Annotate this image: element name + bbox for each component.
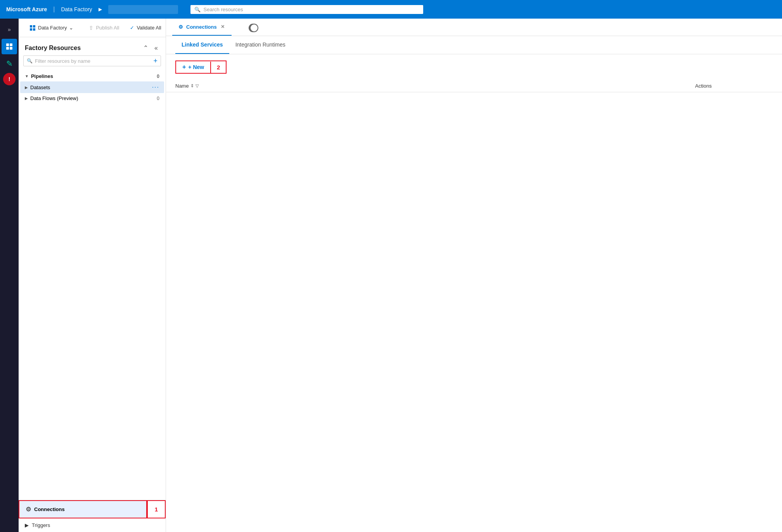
check-icon: ✓ xyxy=(130,25,134,31)
triggers-play-icon: ▶ xyxy=(25,522,29,528)
global-search-bar: 🔍 xyxy=(190,5,423,14)
pipelines-section[interactable]: ▼ Pipelines 0 xyxy=(20,71,164,81)
svg-rect-0 xyxy=(6,43,9,46)
sidebar-bottom: ⚙ Connections 1 ▶ Triggers xyxy=(19,500,166,532)
sub-tabs: Linked Services Integration Runtimes xyxy=(166,36,782,54)
publish-all-button[interactable]: ⇧ Publish All xyxy=(84,22,124,33)
dataflows-count: 0 xyxy=(157,96,159,101)
svg-rect-4 xyxy=(30,25,32,28)
dataflows-label: Data Flows (Preview) xyxy=(30,95,157,101)
collapse-up-icon[interactable]: ⌃ xyxy=(142,43,150,52)
linked-services-tab[interactable]: Linked Services xyxy=(175,36,229,54)
datasets-label: Datasets xyxy=(30,85,152,90)
toggle-track[interactable] xyxy=(249,24,258,32)
validate-all-button[interactable]: ✓ Validate All xyxy=(125,22,166,33)
connections-tab-label: Connections xyxy=(186,24,217,30)
svg-rect-7 xyxy=(33,28,35,31)
breadcrumb-arrow-icon: ▶ xyxy=(99,7,102,12)
add-resource-button[interactable]: + xyxy=(153,57,157,64)
new-button-label: + New xyxy=(188,64,204,70)
name-column-header: Name ⇕ ▽ xyxy=(175,83,695,89)
collapse-left-icon[interactable]: « xyxy=(153,44,159,52)
separator: | xyxy=(53,6,55,13)
brand-label: Microsoft Azure xyxy=(6,6,47,12)
annotation-1-badge: 1 xyxy=(147,500,166,518)
table-body xyxy=(166,92,782,247)
filter-icon[interactable]: ▽ xyxy=(196,83,199,88)
connections-tab-close-icon[interactable]: ✕ xyxy=(220,23,225,30)
svg-rect-6 xyxy=(30,28,32,31)
connections-nav-item[interactable]: ⚙ Connections xyxy=(19,500,147,518)
sidebar-title: Factory Resources xyxy=(25,45,81,52)
data-factory-button[interactable]: Data Factory ⌄ xyxy=(25,22,78,33)
expand-collapse-icon[interactable]: » xyxy=(2,22,17,37)
sidebar-header: Factory Resources ⌃ « xyxy=(19,37,166,55)
search-icon: 🔍 xyxy=(194,7,201,12)
connections-tab-gear-icon: ⚙ xyxy=(178,24,183,30)
search-icon: 🔍 xyxy=(27,58,33,64)
data-flows-section[interactable]: ▶ Data Flows (Preview) 0 xyxy=(20,93,164,104)
table-header: Name ⇕ ▽ Actions xyxy=(166,80,782,92)
sidebar-header-icons: ⌃ « xyxy=(142,43,159,52)
connections-panel: Linked Services Integration Runtimes + +… xyxy=(166,36,782,532)
dashboard-icon[interactable] xyxy=(2,39,17,54)
pipelines-chevron-icon: ▼ xyxy=(25,74,29,78)
search-input[interactable] xyxy=(204,7,419,12)
alert-icon[interactable]: ! xyxy=(3,73,16,85)
svg-rect-5 xyxy=(33,25,35,28)
dataflows-chevron-icon: ▶ xyxy=(25,96,28,100)
svg-rect-1 xyxy=(10,43,12,46)
pipelines-count: 0 xyxy=(157,74,159,79)
factory-path-input[interactable] xyxy=(108,5,178,14)
datasets-section[interactable]: ▶ Datasets ··· xyxy=(20,81,164,93)
connections-nav-label: Connections xyxy=(34,506,65,512)
connections-tab[interactable]: ⚙ Connections ✕ xyxy=(172,19,232,36)
datasets-chevron-icon: ▶ xyxy=(25,85,28,90)
triggers-label: Triggers xyxy=(32,522,50,528)
pencil-icon[interactable]: ✎ xyxy=(2,56,17,71)
action-row: + + New 2 xyxy=(166,54,782,80)
icon-bar: » ✎ ! xyxy=(0,19,19,532)
tree-section: ▼ Pipelines 0 ▶ Datasets ··· ▶ Data Flow… xyxy=(19,71,166,104)
main-panel: ⚙ Connections ✕ Linked Services Integrat… xyxy=(166,19,782,532)
datasets-more-icon[interactable]: ··· xyxy=(152,84,159,91)
data-factory-label: Data Factory xyxy=(38,25,67,31)
upload-icon: ⇧ xyxy=(89,25,93,31)
actions-column-header: Actions xyxy=(695,83,773,89)
content-area: Data Factory ⌄ ⇧ Publish All ✓ Validate … xyxy=(19,19,782,532)
resource-filter-input[interactable] xyxy=(35,58,151,64)
new-linked-service-button[interactable]: + + New xyxy=(176,61,210,73)
tab-bar: ⚙ Connections ✕ xyxy=(166,19,782,36)
sidebar: Data Factory ⌄ ⇧ Publish All ✓ Validate … xyxy=(19,19,166,532)
annotation-2-badge: 2 xyxy=(210,62,226,73)
sidebar-search: 🔍 + xyxy=(23,55,161,66)
svg-rect-2 xyxy=(6,47,9,50)
plus-icon: + xyxy=(182,64,186,71)
triggers-nav-item[interactable]: ▶ Triggers xyxy=(19,518,166,532)
top-bar: Microsoft Azure | Data Factory ▶ 🔍 xyxy=(0,0,782,19)
svg-rect-3 xyxy=(10,47,12,50)
main-toolbar: Data Factory ⌄ ⇧ Publish All ✓ Validate … xyxy=(19,19,166,37)
app-layout: » ✎ ! Data Factory ⌄ ⇧ Publish All xyxy=(0,19,782,532)
integration-runtimes-tab[interactable]: Integration Runtimes xyxy=(229,36,292,54)
factory-name-label: Data Factory xyxy=(61,6,92,12)
sort-icon[interactable]: ⇕ xyxy=(190,83,194,88)
pipelines-label: Pipelines xyxy=(31,73,157,79)
connections-gear-icon: ⚙ xyxy=(26,506,31,513)
toggle-thumb xyxy=(251,24,258,31)
dropdown-arrow-icon: ⌄ xyxy=(69,25,73,31)
